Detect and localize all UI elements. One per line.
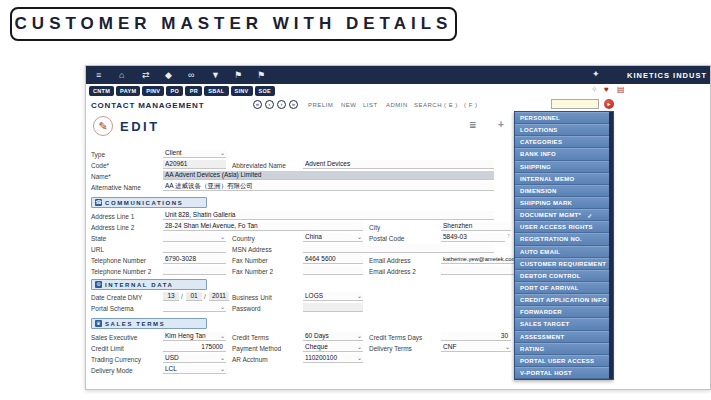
favorite-icon[interactable]: ♥: [604, 85, 609, 94]
payment-method-select[interactable]: Cheque ⌄: [303, 343, 363, 352]
menu-item-e[interactable]: ( E ): [444, 102, 458, 108]
date-day-field[interactable]: 13: [163, 292, 179, 301]
code-label: Code*: [91, 162, 109, 169]
alternative-name-field[interactable]: AA 进威设备（亚洲）有限公司: [163, 182, 494, 191]
credit-limit-field[interactable]: 175000: [163, 343, 226, 352]
sales-executive-select[interactable]: Kim Heng Tan ⌄: [163, 332, 226, 341]
sidebar-item-customer-requirement[interactable]: CUSTOMER REQUIREMENT: [515, 258, 613, 270]
sidebar-item-personnel[interactable]: PERSONNEL: [515, 112, 613, 124]
nav-next-icon[interactable]: ›: [277, 100, 286, 109]
module-button-po[interactable]: PO: [166, 86, 183, 96]
msn-address-field[interactable]: [303, 244, 494, 253]
sidebar-item-debtor-control[interactable]: DEBTOR CONTROL: [515, 270, 613, 282]
postal-code-field[interactable]: 5849-03: [441, 233, 505, 242]
telephone-number-field[interactable]: 6790-3028: [163, 255, 226, 264]
sidebar-item-rating[interactable]: RATING: [515, 343, 613, 355]
add-icon[interactable]: +: [498, 119, 504, 130]
menu-item-admin[interactable]: ADMIN: [386, 102, 408, 108]
delivery-terms-select[interactable]: CNF ⌄: [441, 343, 511, 352]
portal-schema-select[interactable]: ⌄: [163, 303, 226, 312]
sidebar-item-auto-email[interactable]: AUTO EMAIL: [515, 246, 613, 258]
transfer-icon[interactable]: ⇄: [142, 69, 150, 81]
sidebar-scrollbar[interactable]: [609, 112, 613, 379]
sidebar-item-categories[interactable]: CATEGORIES: [515, 136, 613, 148]
url-field[interactable]: [163, 244, 226, 253]
page-title: CUSTOMER MASTER WITH DETAILS: [15, 14, 453, 34]
trading-currency-label: Trading Currency: [91, 356, 141, 363]
name-field[interactable]: AA Advent Devices (Asia) Limited: [163, 171, 494, 180]
sidebar-item-portal-user-access[interactable]: PORTAL USER ACCESS: [515, 355, 613, 367]
menu-item-list[interactable]: LIST: [363, 102, 378, 108]
sidebar-item-credit-application-info[interactable]: CREDIT APPLICATION INFO: [515, 294, 613, 306]
menu-item-prelim[interactable]: PRELIM: [308, 102, 333, 108]
business-unit-select[interactable]: LOGS ⌄: [303, 292, 363, 301]
link-icon[interactable]: ∞: [188, 69, 194, 81]
module-button-pr[interactable]: PR: [185, 86, 202, 96]
credit-terms-days-field[interactable]: 30: [441, 332, 511, 341]
lookup-arrow-icon[interactable]: ↑: [507, 232, 511, 239]
date-year-field[interactable]: 2011: [209, 292, 229, 301]
go-button[interactable]: ►: [604, 99, 614, 109]
state-select[interactable]: ⌄: [163, 233, 226, 242]
city-field[interactable]: Shenzhen: [441, 222, 511, 231]
sidebar-item-shipping-mark[interactable]: SHIPPING MARK: [515, 197, 613, 209]
bookmark-icon[interactable]: ◆: [165, 69, 172, 81]
flag-icon[interactable]: ⚑: [234, 69, 242, 81]
sidebar-item-locations[interactable]: LOCATIONS: [515, 124, 613, 136]
sidebar-item-registration-no[interactable]: REGISTRATION NO.: [515, 233, 613, 245]
address-line-2-field[interactable]: 28-24 Shan Mei Avenue, Fo Tan: [163, 222, 363, 231]
module-button-paym[interactable]: PAYM: [116, 86, 140, 96]
nav-first-icon[interactable]: «: [253, 100, 262, 109]
country-select[interactable]: China ⌄: [303, 233, 363, 242]
clipboard-icon[interactable]: ▤: [617, 85, 625, 94]
address-line-1-field[interactable]: Unit 828, Shatin Galleria: [163, 211, 494, 220]
chevron-down-icon: ⌄: [220, 304, 225, 311]
menu-item-new[interactable]: NEW: [341, 102, 357, 108]
password-field[interactable]: [303, 303, 363, 312]
sidebar-item-assessment[interactable]: ASSESSMENT: [515, 331, 613, 343]
sidebar-item-forwarder[interactable]: FORWARDER: [515, 306, 613, 318]
sidebar-item-document-mgmt[interactable]: DOCUMENT MGMT* ✓: [515, 209, 613, 221]
app-window: ≡ ⌂ ⇄ ◆ ∞ ▼ ⚑ ⚑ ✦ KINETICS INDUST CNTM P…: [85, 65, 711, 390]
delivery-mode-select[interactable]: LCL ⌄: [163, 365, 226, 374]
list-view-icon[interactable]: ≣: [469, 120, 477, 130]
menu-item-f[interactable]: ( F ): [464, 102, 478, 108]
flag-icon-2[interactable]: ⚑: [257, 69, 265, 81]
sales-terms-section-header[interactable]: ♛ SALES TERMS: [91, 318, 207, 329]
fax-number-label: Fax Number: [232, 257, 268, 264]
menu-icon[interactable]: ≡: [96, 69, 101, 81]
sidebar-item-dimension[interactable]: DIMENSION: [515, 185, 613, 197]
credit-terms-select[interactable]: 60 Days ⌄: [303, 332, 363, 341]
module-button-sinv[interactable]: SINV: [231, 86, 253, 96]
code-field[interactable]: A20961: [163, 160, 226, 169]
module-button-pinv[interactable]: PINV: [142, 86, 164, 96]
sidebar-item-bank-info[interactable]: BANK INFO: [515, 148, 613, 160]
sidebar-item-sales-target[interactable]: SALES TARGET: [515, 318, 613, 330]
quick-search-input[interactable]: [551, 99, 599, 109]
delivery-mode-label: Delivery Mode: [91, 367, 133, 374]
fax-number-field[interactable]: 6464 5600: [303, 255, 363, 264]
internal-data-section-header[interactable]: ⚙ INTERNAL DATA: [91, 279, 207, 290]
ar-acctnum-select[interactable]: 110200100 ⌄: [303, 354, 363, 363]
nav-last-icon[interactable]: »: [289, 100, 298, 109]
sidebar-item-port-of-arrival[interactable]: PORT OF ARRIVAL: [515, 282, 613, 294]
module-button-cntm[interactable]: CNTM: [89, 86, 114, 96]
sidebar-item-user-access-rights[interactable]: USER ACCESS RIGHTS: [515, 221, 613, 233]
compass-icon[interactable]: ✧: [591, 85, 598, 94]
nav-prev-icon[interactable]: ‹: [265, 100, 274, 109]
type-select[interactable]: Client ⌄: [163, 149, 226, 158]
sidebar-item-v-portal-host[interactable]: V-PORTAL HOST: [515, 367, 613, 379]
menu-item-search[interactable]: SEARCH: [414, 102, 442, 108]
communications-section-header[interactable]: ☎ COMMUNICATIONS: [91, 197, 207, 208]
sidebar-item-internal-memo[interactable]: INTERNAL MEMO: [515, 173, 613, 185]
date-month-field[interactable]: 01: [186, 292, 202, 301]
module-button-soe[interactable]: SOE: [255, 86, 276, 96]
module-button-sbal[interactable]: SBAL: [204, 86, 228, 96]
abbreviated-name-field[interactable]: Advent Devices: [303, 160, 494, 169]
tag-icon[interactable]: ▼: [211, 69, 220, 81]
telephone-number-2-field[interactable]: [163, 266, 226, 275]
home-icon[interactable]: ⌂: [119, 69, 124, 81]
sidebar-item-shipping[interactable]: SHIPPING: [515, 161, 613, 173]
trading-currency-select[interactable]: USD ⌄: [163, 354, 226, 363]
fax-number-2-field[interactable]: [303, 266, 363, 275]
